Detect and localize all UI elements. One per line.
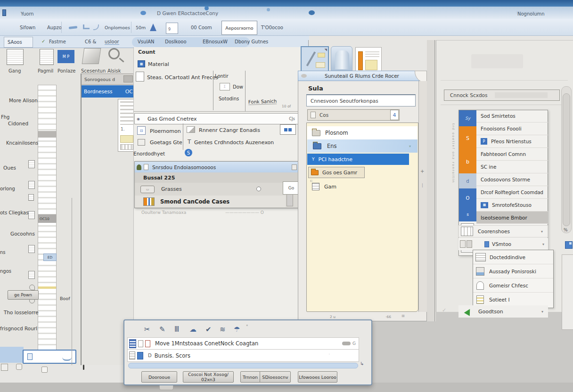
gepown-button[interactable]: ge Pown xyxy=(8,290,39,300)
right-header[interactable]: Cnnock Scxdos xyxy=(444,90,560,101)
tab-fastme[interactable]: Fastme xyxy=(49,39,66,44)
bd-row-2[interactable]: D Bunsis. Scors ˙ xyxy=(127,350,359,362)
label-oues[interactable]: Oues xyxy=(3,165,16,171)
right-menu-item-2[interactable]: Fnooisons Foooli xyxy=(476,122,548,135)
bd-icon-pencil[interactable]: ✎ xyxy=(159,325,165,334)
menu-highlight-row[interactable]: ◉ Gas Grnod Cnetrex CJs xyxy=(134,113,300,124)
bottomleft-input[interactable] xyxy=(23,350,76,364)
menu-col-dow[interactable]: Dow xyxy=(233,84,243,90)
toolbar-item-aupzo[interactable]: Aupzo xyxy=(47,25,62,30)
menu-item-steas[interactable]: Steas. OCartoatl Ant Freces xyxy=(147,74,218,81)
dialog-input[interactable] xyxy=(306,94,416,106)
gallery-tile-3[interactable] xyxy=(355,47,382,74)
dialog-titlebar[interactable]: Sunuteail G Rlums Crde Rocer xyxy=(298,71,427,81)
checkbox-icon-2[interactable] xyxy=(16,364,22,370)
bd-icon-check[interactable]: ✔ xyxy=(205,325,212,334)
goodtson-row[interactable]: Goodtson ▾ xyxy=(458,305,548,318)
list-row-gam[interactable]: Gam xyxy=(307,181,401,192)
tab-vsulan[interactable]: VsulAN xyxy=(138,39,155,44)
right-menu-item-8[interactable]: ▦ SmrotofeStouso xyxy=(476,199,548,212)
gallery-tile-1[interactable]: ◥ xyxy=(301,46,329,73)
label-cliegkas[interactable]: ots Cliegkas xyxy=(0,210,28,215)
toolbar-item-50m[interactable]: 50m xyxy=(136,25,146,30)
alsisk-icon[interactable] xyxy=(108,48,120,59)
tab-doslkooo[interactable]: Doslkooo xyxy=(165,39,187,44)
list-row-ens[interactable]: Ens ▾ xyxy=(307,139,417,153)
bd-row-1[interactable]: Move 1Mntstoaas ConetNock Coagtan G xyxy=(127,337,359,350)
dialog-combo[interactable]: Cos xyxy=(307,109,400,121)
right-blue-doc-icon[interactable] xyxy=(565,241,573,249)
menu-item-enor[interactable]: Enordodhyet xyxy=(133,151,165,156)
tab-c6[interactable]: C6 & xyxy=(85,39,96,44)
menu-popup-titlebar[interactable]: Snrsdou Endoiasomoooos xyxy=(135,162,300,172)
pagmil-icon[interactable] xyxy=(40,49,54,65)
gallery-tile-2[interactable] xyxy=(331,46,352,74)
bd-button-trnnon[interactable]: Trnnon xyxy=(240,371,260,383)
right-menu-item-4[interactable]: Fabhteoorl Comnn xyxy=(476,148,548,161)
right-menu-item-7[interactable]: Drcof Rolfteglort Coomdad xyxy=(476,186,548,199)
submenu-item-4[interactable]: Sotieet I xyxy=(473,293,553,307)
tab-usloor[interactable]: usloor xyxy=(105,39,119,45)
right-scroll-thumb[interactable] xyxy=(563,93,570,226)
label-kncainilosens[interactable]: Kncainilosens xyxy=(6,140,38,146)
ponlaze-icon[interactable]: M P xyxy=(57,50,74,63)
popup-option-smond[interactable]: Smond CanCode Cases xyxy=(135,196,286,207)
toolbar-item-sifown[interactable]: Sifown xyxy=(20,25,35,30)
dialog-spinner[interactable]: 4 xyxy=(390,110,399,120)
scesentun-icon[interactable] xyxy=(82,48,101,64)
bd-button-coscoi[interactable]: Coscoi Not Xosog/ 02xn3 xyxy=(183,371,234,383)
bd-icon-cloud[interactable]: ☁ xyxy=(189,325,196,334)
toolbar-item-coom[interactable]: 00 Coom xyxy=(191,25,212,30)
right-menu-item-3[interactable]: P Pfeos Nrtienstus xyxy=(476,135,548,148)
grasses-radio[interactable] xyxy=(256,187,261,191)
bd-icon-umbrella[interactable]: ☂ xyxy=(234,325,240,334)
bd-hscrollbar[interactable] xyxy=(128,363,358,368)
submenu-item-1[interactable]: Docteddindive xyxy=(473,250,553,264)
checkbox-icon-3[interactable] xyxy=(41,367,48,373)
bd-button-sdioesocnv[interactable]: SDioesocnv xyxy=(260,371,291,383)
go-cell[interactable]: Go xyxy=(283,181,300,195)
label-more-alison[interactable]: More Alison xyxy=(9,98,38,103)
bd-icon-scissors[interactable]: ✂ xyxy=(144,325,150,334)
menu-col-sotodins[interactable]: Sotodins xyxy=(219,96,239,101)
right-menu-item-1[interactable]: Sod Smirtetos xyxy=(476,110,548,122)
menu-item-gentes[interactable]: Gentes Crdhndocts Auzenexon xyxy=(194,139,274,146)
menu-item-material[interactable]: Material xyxy=(148,61,169,67)
right-menu-item-9[interactable]: Iseotseome Bmbor xyxy=(476,212,548,224)
toolbar-active-item[interactable]: Aeposrxorno xyxy=(221,21,257,35)
popup-option-grasses[interactable]: ▭ Grasses xyxy=(135,183,286,195)
right-scroll-track[interactable] xyxy=(561,86,572,233)
list-row-plosnom[interactable]: Plosnom xyxy=(307,126,417,139)
bd-icon-list[interactable]: ≋ xyxy=(220,325,226,334)
vsmtoo-row[interactable]: VSmtoo ▾ xyxy=(458,238,548,250)
tab-saoos[interactable]: SAoos xyxy=(4,37,33,48)
submenu-item-3[interactable]: Gomeisr Chfesc xyxy=(473,278,553,293)
dropdown-selected[interactable]: Bordnesess OC xyxy=(81,85,137,98)
tab-dbony[interactable]: Dbony Gutnes xyxy=(235,39,268,44)
menu-col-fonk[interactable]: Fonk Sanich xyxy=(248,98,277,105)
bd-button-lfowooes[interactable]: Lfowooes Looroo xyxy=(298,371,337,383)
menu-item-rnnenr[interactable]: Rnnenr C2angr Eonadis xyxy=(199,127,260,133)
label-fris[interactable]: frisgnocd Rourl xyxy=(0,326,37,331)
gang-icon[interactable] xyxy=(7,49,24,65)
label-tho[interactable]: Tho losselorre xyxy=(4,310,39,315)
label-gocoohns[interactable]: Gocoohns xyxy=(10,231,35,237)
right-menu-item-5[interactable]: SC ine xyxy=(476,161,548,173)
label-cidoned[interactable]: Cidoned xyxy=(8,121,28,126)
popup-corner-box[interactable] xyxy=(292,164,297,170)
toolbar-item-onplomoes[interactable]: Onplomoes xyxy=(105,25,130,30)
bd-button-doorooue[interactable]: Doorooue xyxy=(141,371,177,383)
menu-item-goetags[interactable]: Goetags Gte xyxy=(150,139,182,146)
tab-ebnosuxw[interactable]: EBnosuxW xyxy=(203,39,228,44)
redo-icon[interactable] xyxy=(83,24,90,29)
checkbox-icon-1[interactable] xyxy=(1,364,8,371)
left-listbox-oc10[interactable]: OC10 xyxy=(38,214,56,223)
list-row-pci[interactable]: Y PCI haadctne xyxy=(307,154,409,165)
left-listbox-ed[interactable]: ED xyxy=(43,253,57,261)
list-row-gos[interactable]: Gos oes Gamr xyxy=(308,167,365,178)
toolbar-item-tocooo[interactable]: T'O0ocoo xyxy=(261,25,283,30)
submenu-item-2[interactable]: Aussady Ponisroski xyxy=(473,264,553,278)
table-select-icon[interactable] xyxy=(166,23,178,34)
coorenshoes-row[interactable]: Coorenshoes ▾ xyxy=(458,225,548,237)
right-menu-item-6[interactable]: Codosovons Storme xyxy=(476,173,548,186)
